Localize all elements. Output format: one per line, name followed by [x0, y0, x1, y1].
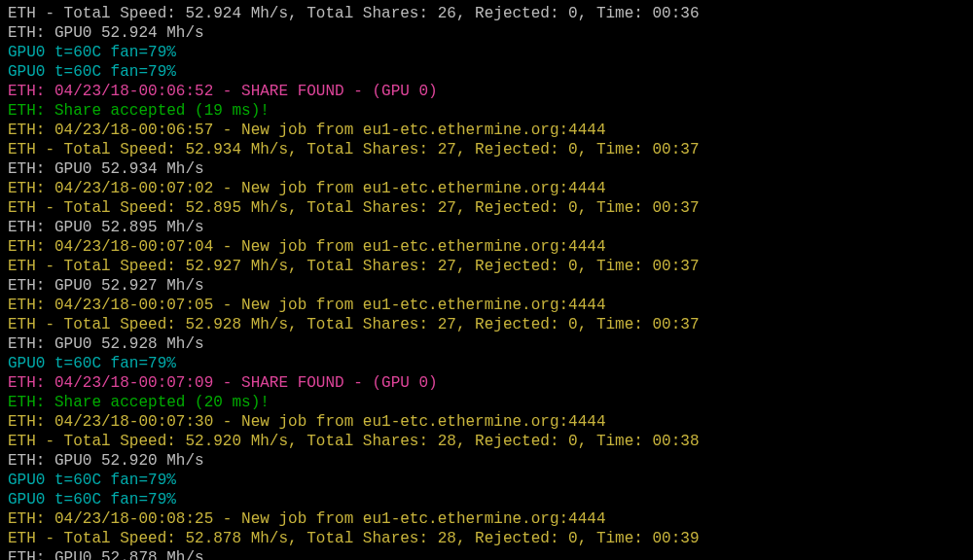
- terminal-line: ETH: 04/23/18-00:08:25 - New job from eu…: [8, 509, 965, 529]
- terminal-line: ETH: Share accepted (19 ms)!: [8, 101, 965, 121]
- terminal-line: GPU0 t=60C fan=79%: [8, 43, 965, 62]
- terminal-line: ETH - Total Speed: 52.895 Mh/s, Total Sh…: [8, 198, 965, 218]
- terminal-line: ETH: 04/23/18-00:07:09 - SHARE FOUND - (…: [8, 373, 965, 393]
- terminal-line: ETH: 04/23/18-00:07:05 - New job from eu…: [8, 296, 965, 315]
- terminal-line: ETH: GPU0 52.878 Mh/s: [8, 548, 965, 560]
- terminal-line: ETH: Share accepted (20 ms)!: [8, 393, 965, 412]
- terminal-output: ETH - Total Speed: 52.924 Mh/s, Total Sh…: [8, 4, 965, 560]
- terminal-line: ETH - Total Speed: 52.924 Mh/s, Total Sh…: [8, 4, 965, 23]
- terminal-line: GPU0 t=60C fan=79%: [8, 62, 965, 82]
- terminal-line: ETH - Total Speed: 52.934 Mh/s, Total Sh…: [8, 140, 965, 159]
- terminal-line: ETH: GPU0 52.895 Mh/s: [8, 218, 965, 237]
- terminal-line: ETH: GPU0 52.934 Mh/s: [8, 159, 965, 179]
- terminal-line: GPU0 t=60C fan=79%: [8, 490, 965, 509]
- terminal-line: GPU0 t=60C fan=79%: [8, 354, 965, 373]
- terminal-line: ETH - Total Speed: 52.927 Mh/s, Total Sh…: [8, 257, 965, 276]
- terminal-line: ETH: 04/23/18-00:07:04 - New job from eu…: [8, 237, 965, 257]
- terminal-line: ETH - Total Speed: 52.920 Mh/s, Total Sh…: [8, 432, 965, 451]
- terminal-line: ETH: GPU0 52.920 Mh/s: [8, 451, 965, 471]
- terminal-line: ETH: GPU0 52.928 Mh/s: [8, 334, 965, 354]
- terminal-line: GPU0 t=60C fan=79%: [8, 471, 965, 490]
- terminal-line: ETH: GPU0 52.927 Mh/s: [8, 276, 965, 296]
- terminal-line: ETH: 04/23/18-00:06:52 - SHARE FOUND - (…: [8, 82, 965, 101]
- terminal-line: ETH: GPU0 52.924 Mh/s: [8, 23, 965, 43]
- terminal-line: ETH - Total Speed: 52.928 Mh/s, Total Sh…: [8, 315, 965, 334]
- terminal-line: ETH: 04/23/18-00:07:30 - New job from eu…: [8, 412, 965, 432]
- terminal-line: ETH - Total Speed: 52.878 Mh/s, Total Sh…: [8, 529, 965, 548]
- terminal-line: ETH: 04/23/18-00:07:02 - New job from eu…: [8, 179, 965, 198]
- terminal-line: ETH: 04/23/18-00:06:57 - New job from eu…: [8, 121, 965, 140]
